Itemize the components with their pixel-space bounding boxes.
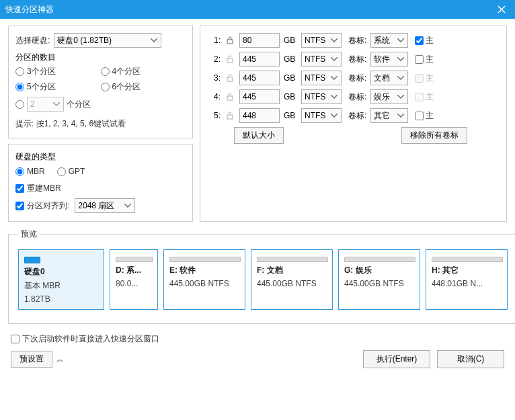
radio-5-label: 5个分区 — [27, 81, 56, 93]
mbr-label: MBR — [27, 167, 45, 176]
preview-disk-box[interactable]: 硬盘0 基本 MBR 1.82TB — [18, 249, 104, 310]
size-input[interactable] — [239, 71, 280, 85]
primary-check — [415, 93, 424, 101]
radio-6-label: 6个分区 — [112, 81, 141, 93]
window-title: 快速分区神器 — [5, 4, 54, 15]
fs-select[interactable]: NTFS — [301, 108, 342, 123]
align-check[interactable] — [15, 202, 24, 210]
gpt-label: GPT — [69, 167, 85, 176]
hint-text: 提示: 按1, 2, 3, 4, 5, 6键试试看 — [15, 118, 186, 130]
volume-label-text: 卷标: — [348, 54, 366, 65]
preview-disk-size: 1.82TB — [24, 294, 100, 304]
svg-rect-4 — [227, 115, 233, 119]
disk-icon — [24, 257, 40, 263]
preview-part-info: 448.01GB N... — [432, 279, 503, 288]
size-input[interactable] — [239, 89, 280, 104]
preview-partition-box[interactable]: F: 文档445.00GB NTFS — [251, 249, 333, 310]
volume-label-select[interactable]: 娱乐 — [370, 89, 408, 104]
partition-bar — [432, 257, 503, 262]
volume-label-select[interactable]: 文档 — [370, 71, 408, 85]
preview-disk-type: 基本 MBR — [24, 280, 100, 292]
svg-rect-3 — [227, 96, 233, 100]
radio-3-label: 3个分区 — [27, 66, 56, 77]
radio-custom[interactable] — [15, 100, 24, 109]
preset-button[interactable]: 预设置 — [11, 351, 52, 368]
size-input[interactable] — [239, 52, 280, 67]
fs-select[interactable]: NTFS — [301, 33, 342, 48]
partition-bar — [116, 257, 153, 262]
primary-check[interactable] — [415, 55, 424, 64]
preview-partition-box[interactable]: G: 娱乐445.00GB NTFS — [338, 249, 420, 310]
primary-label: 主 — [426, 73, 434, 84]
align-label: 分区对齐到: — [27, 200, 69, 212]
radio-mbr[interactable] — [15, 167, 24, 176]
partition-row: 1:GBNTFS卷标:系统主 — [210, 33, 500, 48]
fs-select[interactable]: NTFS — [301, 89, 342, 104]
preview-part-name: G: 娱乐 — [344, 265, 415, 276]
preview-part-info: 445.00GB NTFS — [169, 279, 241, 288]
preview-part-info: 80.0... — [116, 279, 153, 288]
close-button[interactable] — [488, 0, 515, 19]
radio-4-label: 4个分区 — [112, 66, 141, 77]
partition-bar — [169, 257, 241, 262]
unlock-icon[interactable] — [225, 54, 235, 65]
size-input[interactable] — [239, 33, 280, 48]
type-fieldset: 硬盘的类型 MBR GPT 重建MBR 分区对齐到: 2048 扇区 — [8, 144, 193, 222]
size-input[interactable] — [239, 108, 280, 123]
chevron-up-icon[interactable]: ︽ — [56, 354, 64, 364]
radio-5[interactable] — [15, 83, 24, 91]
default-size-button[interactable]: 默认大小 — [234, 127, 284, 144]
radio-gpt[interactable] — [57, 167, 66, 176]
unlock-icon[interactable] — [225, 73, 235, 83]
primary-check[interactable] — [415, 112, 424, 120]
type-legend: 硬盘的类型 — [15, 151, 186, 163]
fs-select[interactable]: NTFS — [301, 71, 342, 85]
volume-label-select[interactable]: 软件 — [370, 52, 408, 67]
radio-3[interactable] — [15, 67, 24, 76]
align-select[interactable]: 2048 扇区 — [75, 198, 135, 213]
partition-bar — [257, 257, 328, 262]
svg-rect-0 — [227, 40, 233, 44]
preview-part-name: H: 其它 — [432, 265, 503, 276]
gb-label: GB — [284, 73, 297, 83]
next-launch-label: 下次启动软件时直接进入快速分区窗口 — [22, 333, 159, 345]
cancel-button[interactable]: 取消(C) — [437, 350, 504, 368]
lock-icon[interactable] — [225, 35, 235, 46]
preview-fieldset: 预览 硬盘0 基本 MBR 1.82TB D: 系...80.0...E: 软件… — [8, 228, 515, 324]
volume-label-select[interactable]: 其它 — [370, 108, 408, 123]
execute-button[interactable]: 执行(Enter) — [363, 350, 430, 368]
partition-index: 4: — [210, 92, 221, 101]
volume-label-text: 卷标: — [348, 91, 366, 103]
radio-4[interactable] — [101, 67, 110, 76]
preview-disk-name: 硬盘0 — [24, 266, 100, 278]
volume-label-text: 卷标: — [348, 110, 366, 122]
rebuild-mbr-check[interactable] — [15, 184, 24, 193]
preview-partition-box[interactable]: D: 系...80.0... — [110, 249, 158, 310]
partitions-box: 1:GBNTFS卷标:系统主2:GBNTFS卷标:软件主3:GBNTFS卷标:文… — [200, 26, 507, 222]
unlock-icon[interactable] — [225, 110, 235, 121]
unlock-icon[interactable] — [225, 91, 235, 102]
preview-partition-box[interactable]: H: 其它448.01GB N... — [426, 249, 508, 310]
preview-partition-box[interactable]: E: 软件445.00GB NTFS — [163, 249, 245, 310]
volume-label-select[interactable]: 系统 — [370, 33, 408, 48]
remove-labels-button[interactable]: 移除所有卷标 — [401, 127, 467, 144]
disk-select[interactable]: 硬盘0 (1.82TB) — [54, 33, 161, 48]
fs-select[interactable]: NTFS — [301, 52, 342, 67]
primary-check[interactable] — [415, 36, 424, 45]
preview-part-name: D: 系... — [116, 265, 153, 276]
custom-count-select[interactable]: 2 — [27, 97, 64, 112]
volume-label-text: 卷标: — [348, 35, 366, 46]
partition-row: 4:GBNTFS卷标:娱乐主 — [210, 89, 500, 104]
custom-count-label: 个分区 — [67, 99, 91, 110]
preview-part-info: 445.00GB NTFS — [257, 279, 328, 288]
preview-part-name: E: 软件 — [169, 265, 241, 276]
count-legend: 分区的数目 — [15, 52, 186, 63]
disk-label: 选择硬盘: — [15, 35, 50, 46]
partition-index: 1: — [210, 36, 221, 45]
primary-label: 主 — [426, 35, 434, 46]
partition-row: 3:GBNTFS卷标:文档主 — [210, 71, 500, 85]
primary-label: 主 — [426, 91, 434, 103]
radio-6[interactable] — [101, 83, 110, 91]
gb-label: GB — [284, 54, 297, 64]
next-launch-check[interactable] — [11, 335, 19, 343]
